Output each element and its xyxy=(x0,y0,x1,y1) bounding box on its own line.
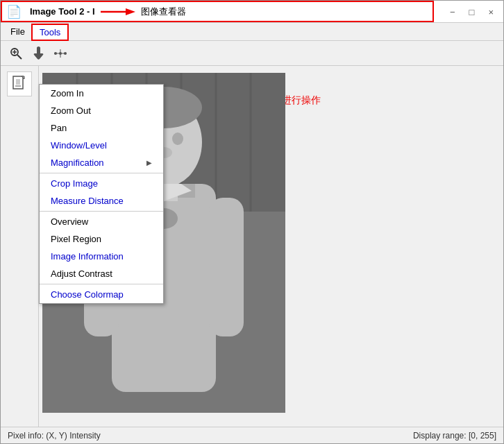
menu-item-pan[interactable]: Pan xyxy=(40,119,163,137)
menu-item-adjust-contrast[interactable]: Adjust Contrast xyxy=(40,265,163,282)
svg-line-3 xyxy=(17,55,22,59)
main-window: 📄 Image Tool 2 - I 图像查看器 − □ × File Tool… xyxy=(0,0,504,444)
menu-item-choose-colormap[interactable]: Choose Colormap xyxy=(40,286,163,303)
menu-item-pixel-region[interactable]: Pixel Region xyxy=(40,230,163,248)
content-area: 可对图像进行操作 xyxy=(1,66,503,427)
menu-item-zoom-in[interactable]: Zoom In xyxy=(40,85,163,102)
menu-bar: File Tools xyxy=(1,23,503,41)
menu-tools-label: Tools xyxy=(40,27,60,37)
pan-toolbar-icon[interactable] xyxy=(28,44,48,63)
menu-item-measure-distance[interactable]: Measure Distance xyxy=(40,192,163,210)
divider-2 xyxy=(40,211,163,212)
window-title: Image Tool 2 - I xyxy=(30,6,95,17)
title-bar: 📄 Image Tool 2 - I 图像查看器 − □ × xyxy=(1,1,503,23)
svg-marker-1 xyxy=(126,8,135,15)
point-toolbar-icon[interactable] xyxy=(51,44,70,63)
status-bar: Pixel info: (X, Y) Intensity Display ran… xyxy=(1,427,503,443)
menu-file[interactable]: File xyxy=(3,24,32,39)
sidebar xyxy=(1,66,39,427)
sidebar-doc-icon[interactable] xyxy=(7,71,32,96)
dropdown-menu: Zoom In Zoom Out Pan Window/Level Magnif… xyxy=(39,84,164,304)
menu-item-image-information[interactable]: Image Information xyxy=(40,248,163,265)
menu-item-zoom-out[interactable]: Zoom Out xyxy=(40,102,163,119)
status-right: Display range: [0, 255] xyxy=(413,431,496,441)
status-left: Pixel info: (X, Y) Intensity xyxy=(8,431,101,441)
close-button[interactable]: × xyxy=(484,5,498,18)
menu-item-overview[interactable]: Overview xyxy=(40,213,163,230)
menu-item-magnification[interactable]: Magnification ▶ xyxy=(40,154,163,171)
title-arrow-svg xyxy=(101,5,135,19)
menu-item-crop-image[interactable]: Crop Image xyxy=(40,175,163,192)
toolbar xyxy=(1,41,503,66)
title-controls: − □ × xyxy=(446,5,498,18)
svg-rect-34 xyxy=(209,198,244,336)
minimize-button[interactable]: − xyxy=(446,5,460,18)
menu-tools[interactable]: Tools xyxy=(32,24,68,40)
magnification-submenu-arrow: ▶ xyxy=(146,159,152,166)
svg-point-27 xyxy=(172,133,183,145)
doc-icon: 📄 xyxy=(6,4,22,19)
divider-1 xyxy=(40,173,163,173)
menu-item-window-level[interactable]: Window/Level xyxy=(40,137,163,154)
svg-rect-12 xyxy=(16,79,20,85)
title-bar-left: 📄 Image Tool 2 - I 图像查看器 xyxy=(6,4,186,19)
maximize-button[interactable]: □ xyxy=(465,5,479,18)
title-chinese: 图像查看器 xyxy=(141,6,186,18)
divider-3 xyxy=(40,284,163,284)
zoom-in-toolbar-icon[interactable] xyxy=(6,44,26,63)
